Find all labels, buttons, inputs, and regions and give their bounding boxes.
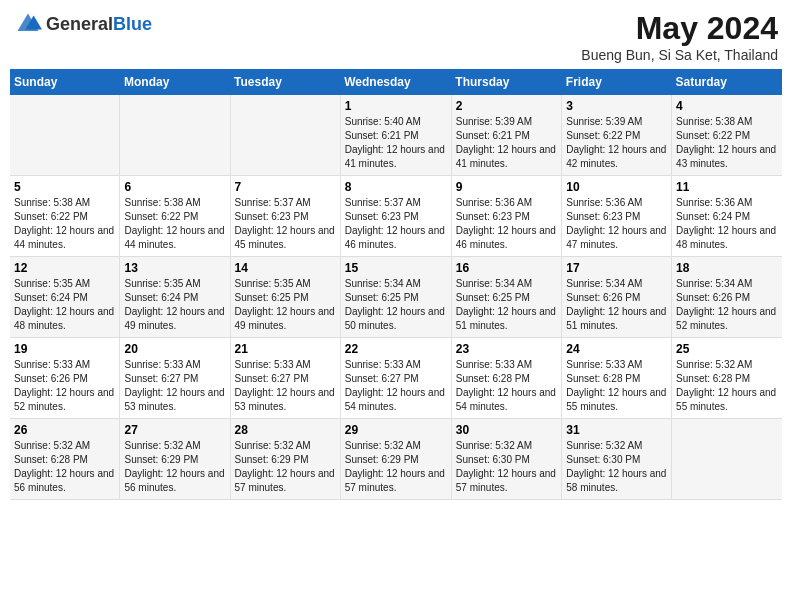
- calendar-cell: 24Sunrise: 5:33 AM Sunset: 6:28 PM Dayli…: [562, 338, 672, 419]
- header-cell-saturday: Saturday: [672, 69, 782, 95]
- calendar-cell: [10, 95, 120, 176]
- logo-blue: Blue: [113, 14, 152, 34]
- day-number: 16: [456, 261, 557, 275]
- day-number: 23: [456, 342, 557, 356]
- day-number: 31: [566, 423, 667, 437]
- day-info: Sunrise: 5:32 AM Sunset: 6:29 PM Dayligh…: [235, 439, 336, 495]
- day-info: Sunrise: 5:34 AM Sunset: 6:25 PM Dayligh…: [345, 277, 447, 333]
- calendar-cell: 22Sunrise: 5:33 AM Sunset: 6:27 PM Dayli…: [340, 338, 451, 419]
- day-number: 28: [235, 423, 336, 437]
- day-number: 25: [676, 342, 778, 356]
- subtitle: Bueng Bun, Si Sa Ket, Thailand: [581, 47, 778, 63]
- day-info: Sunrise: 5:32 AM Sunset: 6:28 PM Dayligh…: [14, 439, 115, 495]
- calendar-cell: 25Sunrise: 5:32 AM Sunset: 6:28 PM Dayli…: [672, 338, 782, 419]
- calendar-cell: 5Sunrise: 5:38 AM Sunset: 6:22 PM Daylig…: [10, 176, 120, 257]
- day-number: 27: [124, 423, 225, 437]
- calendar-cell: 14Sunrise: 5:35 AM Sunset: 6:25 PM Dayli…: [230, 257, 340, 338]
- calendar-cell: 31Sunrise: 5:32 AM Sunset: 6:30 PM Dayli…: [562, 419, 672, 500]
- header-cell-tuesday: Tuesday: [230, 69, 340, 95]
- calendar-cell: 13Sunrise: 5:35 AM Sunset: 6:24 PM Dayli…: [120, 257, 230, 338]
- calendar-cell: 23Sunrise: 5:33 AM Sunset: 6:28 PM Dayli…: [451, 338, 561, 419]
- calendar-cell: 21Sunrise: 5:33 AM Sunset: 6:27 PM Dayli…: [230, 338, 340, 419]
- day-number: 24: [566, 342, 667, 356]
- week-row-4: 19Sunrise: 5:33 AM Sunset: 6:26 PM Dayli…: [10, 338, 782, 419]
- day-info: Sunrise: 5:33 AM Sunset: 6:27 PM Dayligh…: [124, 358, 225, 414]
- day-number: 30: [456, 423, 557, 437]
- week-row-1: 1Sunrise: 5:40 AM Sunset: 6:21 PM Daylig…: [10, 95, 782, 176]
- header-cell-friday: Friday: [562, 69, 672, 95]
- calendar-cell: 10Sunrise: 5:36 AM Sunset: 6:23 PM Dayli…: [562, 176, 672, 257]
- calendar-table: SundayMondayTuesdayWednesdayThursdayFrid…: [10, 69, 782, 500]
- calendar-cell: 20Sunrise: 5:33 AM Sunset: 6:27 PM Dayli…: [120, 338, 230, 419]
- calendar-cell: 28Sunrise: 5:32 AM Sunset: 6:29 PM Dayli…: [230, 419, 340, 500]
- main-title: May 2024: [581, 10, 778, 47]
- day-number: 29: [345, 423, 447, 437]
- day-info: Sunrise: 5:35 AM Sunset: 6:24 PM Dayligh…: [14, 277, 115, 333]
- logo-text: GeneralBlue: [46, 14, 152, 35]
- calendar-cell: 18Sunrise: 5:34 AM Sunset: 6:26 PM Dayli…: [672, 257, 782, 338]
- header-cell-wednesday: Wednesday: [340, 69, 451, 95]
- day-number: 12: [14, 261, 115, 275]
- day-info: Sunrise: 5:34 AM Sunset: 6:26 PM Dayligh…: [676, 277, 778, 333]
- day-info: Sunrise: 5:39 AM Sunset: 6:22 PM Dayligh…: [566, 115, 667, 171]
- day-info: Sunrise: 5:34 AM Sunset: 6:26 PM Dayligh…: [566, 277, 667, 333]
- day-number: 19: [14, 342, 115, 356]
- day-number: 3: [566, 99, 667, 113]
- logo-general: General: [46, 14, 113, 34]
- header-cell-monday: Monday: [120, 69, 230, 95]
- calendar-cell: 17Sunrise: 5:34 AM Sunset: 6:26 PM Dayli…: [562, 257, 672, 338]
- day-info: Sunrise: 5:40 AM Sunset: 6:21 PM Dayligh…: [345, 115, 447, 171]
- day-info: Sunrise: 5:33 AM Sunset: 6:28 PM Dayligh…: [456, 358, 557, 414]
- day-number: 18: [676, 261, 778, 275]
- day-info: Sunrise: 5:39 AM Sunset: 6:21 PM Dayligh…: [456, 115, 557, 171]
- day-info: Sunrise: 5:37 AM Sunset: 6:23 PM Dayligh…: [235, 196, 336, 252]
- calendar-cell: 29Sunrise: 5:32 AM Sunset: 6:29 PM Dayli…: [340, 419, 451, 500]
- day-number: 15: [345, 261, 447, 275]
- day-number: 26: [14, 423, 115, 437]
- day-info: Sunrise: 5:38 AM Sunset: 6:22 PM Dayligh…: [124, 196, 225, 252]
- day-number: 22: [345, 342, 447, 356]
- header-row: SundayMondayTuesdayWednesdayThursdayFrid…: [10, 69, 782, 95]
- day-info: Sunrise: 5:36 AM Sunset: 6:24 PM Dayligh…: [676, 196, 778, 252]
- day-info: Sunrise: 5:33 AM Sunset: 6:27 PM Dayligh…: [345, 358, 447, 414]
- day-info: Sunrise: 5:33 AM Sunset: 6:28 PM Dayligh…: [566, 358, 667, 414]
- title-section: May 2024 Bueng Bun, Si Sa Ket, Thailand: [581, 10, 778, 63]
- logo: GeneralBlue: [14, 10, 152, 38]
- day-info: Sunrise: 5:38 AM Sunset: 6:22 PM Dayligh…: [14, 196, 115, 252]
- week-row-3: 12Sunrise: 5:35 AM Sunset: 6:24 PM Dayli…: [10, 257, 782, 338]
- calendar-cell: 4Sunrise: 5:38 AM Sunset: 6:22 PM Daylig…: [672, 95, 782, 176]
- calendar-cell: 16Sunrise: 5:34 AM Sunset: 6:25 PM Dayli…: [451, 257, 561, 338]
- calendar-cell: [230, 95, 340, 176]
- day-number: 17: [566, 261, 667, 275]
- day-info: Sunrise: 5:35 AM Sunset: 6:25 PM Dayligh…: [235, 277, 336, 333]
- calendar-cell: [120, 95, 230, 176]
- calendar-cell: 26Sunrise: 5:32 AM Sunset: 6:28 PM Dayli…: [10, 419, 120, 500]
- day-number: 4: [676, 99, 778, 113]
- calendar-cell: 15Sunrise: 5:34 AM Sunset: 6:25 PM Dayli…: [340, 257, 451, 338]
- day-info: Sunrise: 5:32 AM Sunset: 6:29 PM Dayligh…: [345, 439, 447, 495]
- calendar-cell: 30Sunrise: 5:32 AM Sunset: 6:30 PM Dayli…: [451, 419, 561, 500]
- calendar-cell: 8Sunrise: 5:37 AM Sunset: 6:23 PM Daylig…: [340, 176, 451, 257]
- calendar-cell: 3Sunrise: 5:39 AM Sunset: 6:22 PM Daylig…: [562, 95, 672, 176]
- day-number: 8: [345, 180, 447, 194]
- day-number: 21: [235, 342, 336, 356]
- day-number: 7: [235, 180, 336, 194]
- day-info: Sunrise: 5:36 AM Sunset: 6:23 PM Dayligh…: [456, 196, 557, 252]
- header-cell-thursday: Thursday: [451, 69, 561, 95]
- day-number: 2: [456, 99, 557, 113]
- calendar-header: SundayMondayTuesdayWednesdayThursdayFrid…: [10, 69, 782, 95]
- day-info: Sunrise: 5:32 AM Sunset: 6:28 PM Dayligh…: [676, 358, 778, 414]
- week-row-5: 26Sunrise: 5:32 AM Sunset: 6:28 PM Dayli…: [10, 419, 782, 500]
- page-header: GeneralBlue May 2024 Bueng Bun, Si Sa Ke…: [10, 10, 782, 63]
- day-info: Sunrise: 5:37 AM Sunset: 6:23 PM Dayligh…: [345, 196, 447, 252]
- day-info: Sunrise: 5:35 AM Sunset: 6:24 PM Dayligh…: [124, 277, 225, 333]
- day-info: Sunrise: 5:34 AM Sunset: 6:25 PM Dayligh…: [456, 277, 557, 333]
- week-row-2: 5Sunrise: 5:38 AM Sunset: 6:22 PM Daylig…: [10, 176, 782, 257]
- day-number: 10: [566, 180, 667, 194]
- calendar-cell: 6Sunrise: 5:38 AM Sunset: 6:22 PM Daylig…: [120, 176, 230, 257]
- calendar-cell: 19Sunrise: 5:33 AM Sunset: 6:26 PM Dayli…: [10, 338, 120, 419]
- day-number: 14: [235, 261, 336, 275]
- calendar-cell: 9Sunrise: 5:36 AM Sunset: 6:23 PM Daylig…: [451, 176, 561, 257]
- day-info: Sunrise: 5:38 AM Sunset: 6:22 PM Dayligh…: [676, 115, 778, 171]
- day-info: Sunrise: 5:32 AM Sunset: 6:30 PM Dayligh…: [566, 439, 667, 495]
